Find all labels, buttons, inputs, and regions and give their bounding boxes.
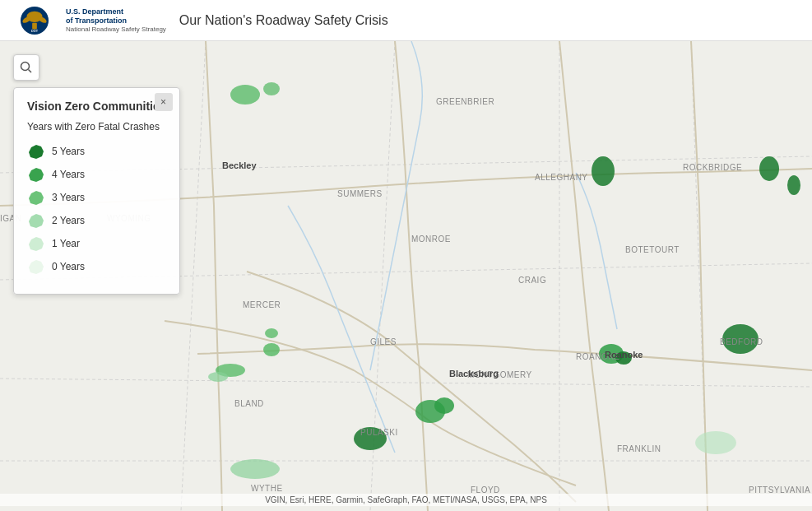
logo-subtitle: National Roadway Safety Strategy [66,26,166,34]
legend-color-icon [27,235,45,253]
dot-logo: DOT [10,6,59,35]
legend-close-button[interactable]: × [155,93,173,111]
svg-line-33 [29,70,32,73]
legend-item: 2 Years [27,211,166,230]
svg-point-25 [263,82,280,95]
svg-point-29 [230,459,280,479]
svg-point-20 [615,351,632,365]
legend-color-icon [27,188,45,207]
svg-rect-4 [32,22,37,29]
legend-item: 1 Year [27,235,166,253]
svg-marker-34 [29,145,44,159]
legend-item-label: 0 Years [52,261,85,272]
page-title: Our Nation's Roadway Safety Crisis [179,13,388,28]
search-icon [20,61,33,74]
svg-point-26 [263,343,280,356]
legend-item-label: 3 Years [52,192,85,203]
svg-point-31 [265,328,278,338]
map-attribution: VGIN, Esri, HERE, Garmin, SafeGraph, FAO… [0,494,812,506]
legend-item-label: 5 Years [52,146,85,157]
legend-title: Vision Zero Communities [27,100,166,113]
svg-point-23 [354,427,387,450]
legend-item: 5 Years [27,142,166,160]
legend-items: 5 Years4 Years3 Years2 Years1 Year0 Year… [27,142,166,276]
legend-item: 0 Years [27,258,166,276]
svg-text:DOT: DOT [31,30,39,33]
legend-color-icon [27,258,45,276]
legend-item-label: 4 Years [52,169,85,180]
map-container[interactable]: GREENBRIERIGANWYOMINGSUMMERSALLEGHANYROC… [0,41,812,511]
svg-point-18 [722,324,759,354]
logo-area: DOT U.S. Department of Transportation Na… [10,6,166,35]
svg-point-15 [592,156,615,186]
legend-subtitle: Years with Zero Fatal Crashes [27,121,166,134]
svg-point-16 [759,156,779,181]
legend-item-label: 1 Year [52,238,80,249]
svg-marker-39 [29,260,44,274]
svg-point-28 [208,372,228,382]
svg-point-17 [787,175,800,195]
svg-marker-37 [29,214,44,228]
legend-panel: × Vision Zero Communities Years with Zer… [13,87,180,295]
legend-item-label: 2 Years [52,215,85,226]
svg-point-22 [434,397,454,414]
legend-color-icon [27,211,45,230]
svg-marker-38 [29,237,44,251]
svg-marker-35 [29,168,44,182]
legend-item: 3 Years [27,188,166,207]
svg-point-30 [695,431,736,454]
svg-point-24 [230,85,260,105]
legend-color-icon [27,165,45,183]
logo-text: U.S. Department of Transportation Nation… [66,7,166,33]
svg-point-32 [21,63,30,71]
legend-item: 4 Years [27,165,166,183]
search-button[interactable] [13,54,39,81]
legend-color-icon [27,142,45,160]
svg-marker-36 [29,191,44,205]
header: DOT U.S. Department of Transportation Na… [0,0,812,41]
